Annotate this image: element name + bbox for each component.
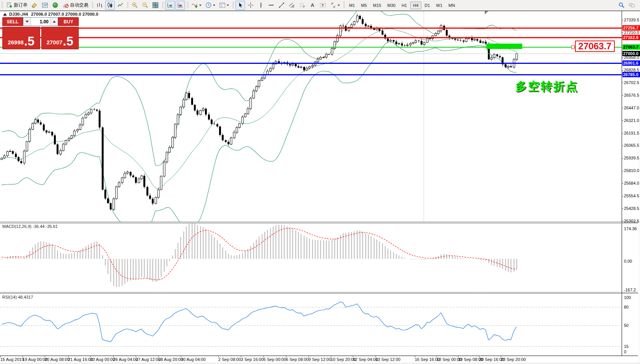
buy-button[interactable]: BUY [58,17,79,26]
macd-tick-label: 174.36 [624,226,637,231]
rsi-tick-label: 15 [624,344,629,349]
timeframe-w1-button[interactable]: W1 [434,2,445,9]
dropdown-caret-icon [227,5,229,6]
trend-line-button[interactable] [277,1,286,10]
text-a-icon: A [309,2,316,8]
chart-shift-button[interactable] [175,1,185,10]
community-chat-button[interactable] [627,1,637,10]
rsi-tick-label: 80 [624,305,629,309]
timeframe-d1-button[interactable]: D1 [422,2,433,9]
line-endpoint-handle[interactable] [571,46,575,49]
price-level-badge: 27063.7 [622,44,640,50]
line-chart-button[interactable] [115,1,125,10]
time-tick-label: 13 Sep 12:00 [375,357,400,362]
price-tick-label: 25428.5 [624,206,639,211]
timeframe-h4-button[interactable]: H4 [410,2,421,9]
macd-tick-label: 0.00 [624,259,632,263]
toolbar-grip [127,2,128,9]
price-level-badge: 27000.0 [622,51,640,56]
price-level-badge: 26901.6 [622,60,640,66]
vertical-line-button[interactable] [256,1,266,10]
time-tick-label: 10 Sep 20:00 [331,357,356,362]
timeframe-mn-button[interactable]: MN [446,2,458,9]
fibonacci-button[interactable]: F [297,1,307,10]
timeframe-m30-button[interactable]: M30 [385,2,398,9]
toolbar-grip [187,2,188,9]
line-chart-icon [117,2,123,8]
sell-price-int: 26998 [8,37,24,47]
new-order-button[interactable]: 新订单 [5,1,29,10]
chart-window-button[interactable] [40,1,50,10]
time-tick-label: 3 Sep 16:00 [241,357,263,362]
symbol-header: DJ30-,H4 27006.0 27007.0 27000.0 27000.0 [3,12,98,16]
cursor-icon [237,2,244,8]
chart-shift-icon [177,2,184,8]
time-tick-label: 2 Sep 08:00 [218,357,241,362]
bars-chart-button[interactable] [95,1,104,10]
highlight-zone-box[interactable] [486,44,522,49]
volume-decrease-button[interactable] [23,18,31,26]
toolbar-grip [162,2,164,9]
indicators-button[interactable] [190,1,203,10]
horizontal-line-icon [268,2,275,8]
autotrading-button[interactable]: 自动交易 [61,1,90,10]
autotrading-label: 自动交易 [70,2,88,8]
volume-increase-button[interactable] [50,18,58,26]
price-callout-label[interactable]: 27063.7 [575,41,615,52]
timeframe-m15-button[interactable]: M15 [370,2,384,9]
price-tick-label: 26191.5 [624,131,639,135]
crosshair-button[interactable] [246,1,255,10]
sell-button[interactable]: SELL [2,17,23,26]
toolbar-grip [2,2,3,9]
time-tick-label: 28 Aug 20:00 [158,357,183,362]
volume-input[interactable] [31,18,50,26]
time-tick-label: 5 Sep 00:00 [263,357,286,362]
time-tick-label: 12 Sep 04:00 [353,357,378,362]
price-axis[interactable]: 27339.527210.026958.026828.526702.526576… [622,0,640,356]
price-level-badge: 26785.0 [622,72,640,77]
zoom-out-button[interactable] [140,1,150,10]
time-tick-label: 15 Aug 2019 [0,357,24,362]
auto-scroll-button[interactable] [165,1,175,10]
market-orb-button[interactable] [50,1,60,10]
ohlc-readout: 27006.0 27007.0 27000.0 27000.0 [31,12,98,16]
timeframe-m1-button[interactable]: M1 [346,2,357,9]
timeframe-h1-button[interactable]: H1 [399,2,409,9]
equidistant-channel-icon: E [289,2,295,8]
cursor-button[interactable] [236,1,245,10]
chart-canvas[interactable] [0,0,640,364]
candles-chart-button[interactable] [105,1,115,10]
price-tick-label: 25684.0 [624,181,639,185]
market-orb-icon [52,2,58,8]
price-tick-label: 26321.0 [624,118,639,123]
templates-button[interactable] [218,1,231,10]
time-tick-label: 27 Aug 12:00 [136,357,161,362]
time-axis[interactable]: 15 Aug 201919 Aug 00:0020 Aug 08:0021 Au… [0,357,640,362]
text-label-button[interactable]: T [318,1,328,10]
bottom-strip [0,362,640,364]
arrows-button[interactable] [328,1,341,10]
tile-windows-button[interactable] [151,1,160,10]
zoom-in-button[interactable] [130,1,140,10]
timeframe-m5-button[interactable]: M5 [358,2,369,9]
eraser-icon [31,2,38,8]
text-a-button[interactable]: A [308,1,317,10]
auto-scroll-icon [167,2,173,8]
eraser-button[interactable] [30,1,39,10]
toolbar: 新订单自动交易EFATM1M5M15M30H1H4D1W1MN [0,0,640,11]
price-tick-label: 26702.5 [624,80,639,85]
sell-price-button[interactable]: 26998 .5 [2,27,40,49]
trend-line-icon [278,2,285,8]
equidistant-channel-button[interactable]: E [287,1,297,10]
templates-icon [219,2,226,8]
buy-price-button[interactable]: 27007 .5 [41,27,79,49]
collapse-panel-icon[interactable] [3,13,7,16]
search-button[interactable] [617,1,626,10]
horizontal-line-button[interactable] [266,1,276,10]
toolbar-grip [343,2,345,9]
time-tick-label: 20 Aug 08:00 [45,357,70,362]
sell-price-frac: .5 [24,35,35,47]
price-tick-label: 26447.0 [624,106,639,110]
new-order-label: 新订单 [14,2,28,8]
periods-button[interactable] [204,1,217,10]
